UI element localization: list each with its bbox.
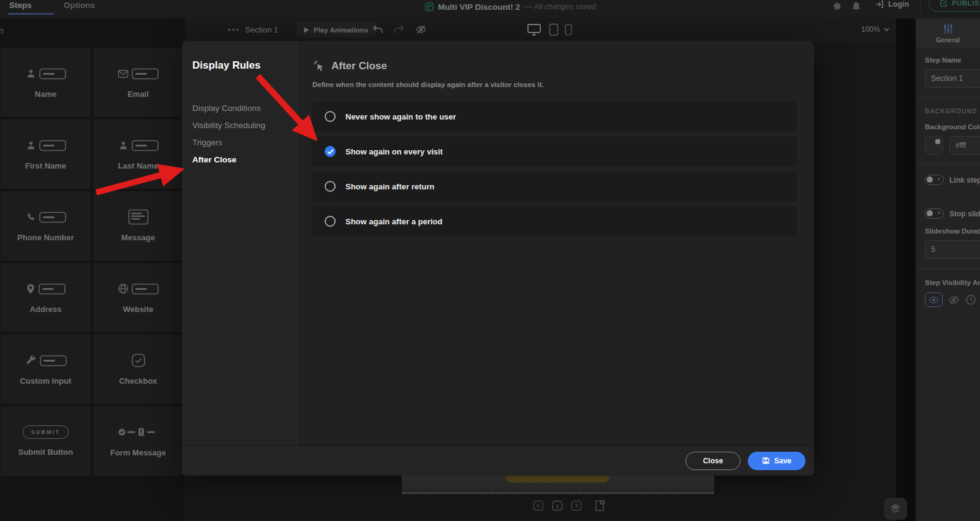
sidebar-item-after-close[interactable]: After Close xyxy=(192,151,265,169)
modal-footer: Close Save xyxy=(182,445,814,476)
radio-checked-icon[interactable] xyxy=(325,146,336,157)
save-disk-icon xyxy=(762,457,770,465)
option-never-show-again[interactable]: Never show again to the user xyxy=(312,102,797,131)
option-show-every-visit[interactable]: Show again on every visit xyxy=(312,137,797,166)
close-button[interactable]: Close xyxy=(685,452,741,470)
modal-sidebar: Display Rules Display Conditions Visibil… xyxy=(182,41,300,445)
display-rules-modal: Display Rules Display Conditions Visibil… xyxy=(182,41,814,476)
radio-unchecked-icon[interactable] xyxy=(325,111,336,122)
modal-title: Display Rules xyxy=(182,41,300,72)
cursor-click-icon xyxy=(312,59,325,72)
check-icon xyxy=(327,149,334,154)
sidebar-item-triggers[interactable]: Triggers xyxy=(192,134,265,151)
save-label: Save xyxy=(774,457,791,465)
option-show-after-return[interactable]: Show again after return xyxy=(312,172,797,201)
modal-description: Define when the content should display a… xyxy=(312,81,797,88)
after-close-options: Never show again to the user Show again … xyxy=(312,102,797,236)
radio-unchecked-icon[interactable] xyxy=(325,216,336,227)
sidebar-item-display-conditions[interactable]: Display Conditions xyxy=(192,100,265,117)
modal-content: After Close Define when the content shou… xyxy=(301,41,814,445)
modal-heading: After Close xyxy=(331,60,387,72)
radio-unchecked-icon[interactable] xyxy=(325,181,336,192)
sidebar-item-visibility-scheduling[interactable]: Visibility Scheduling xyxy=(192,117,265,134)
option-show-after-period[interactable]: Show again after a period xyxy=(312,207,797,236)
save-button[interactable]: Save xyxy=(748,452,805,470)
